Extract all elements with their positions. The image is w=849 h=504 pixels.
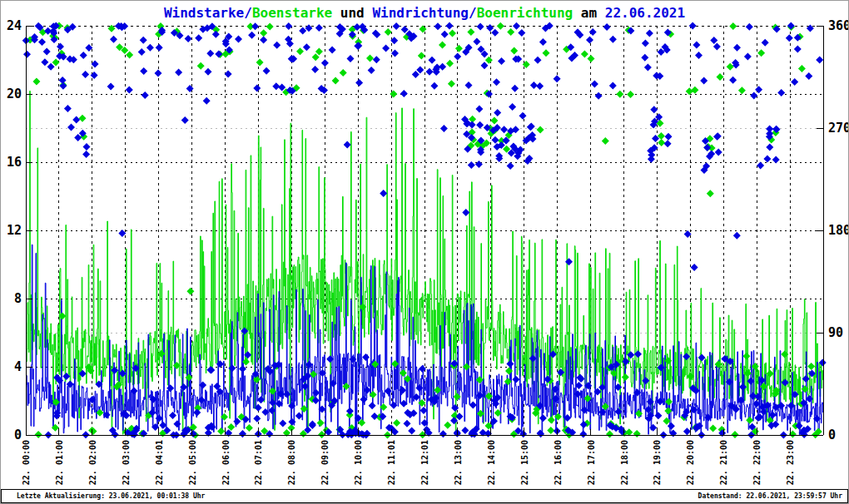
x-tick-label: 22. 20:00 (686, 440, 695, 485)
y-left-tick-label: 24 (7, 18, 22, 33)
x-tick-label: 22. 07:01 (254, 440, 263, 485)
x-tick-label: 22. 15:00 (520, 440, 529, 485)
y-left-tick-label: 0 (14, 427, 22, 442)
y-right-tick-label: 360 (828, 18, 849, 33)
x-tick-label: 22. 14:00 (487, 440, 496, 485)
x-tick-label: 22. 02:00 (88, 440, 97, 485)
y-left-tick-label: 16 (7, 155, 22, 170)
x-tick-label: 22. 18:00 (620, 440, 629, 485)
x-tick-label: 22. 08:00 (287, 440, 296, 485)
x-tick-label: 22. 23:00 (786, 440, 795, 485)
y-left-tick-label: 12 (7, 223, 22, 238)
weather-chart-page: Windstarke/Boenstarke und Windrichtung/B… (0, 0, 849, 504)
x-tick-label: 22. 10:00 (354, 440, 363, 485)
x-tick-label: 22. 06:00 (221, 440, 231, 485)
x-tick-label: 22. 19:00 (653, 440, 662, 485)
status-bar: Letzte Aktualisierung: 23.06.2021, 00:01… (1, 489, 848, 503)
data-state-text: Datenstand: 22.06.2021, 23:59:57 Uhr (698, 492, 842, 500)
x-tick-label: 22. 16:00 (554, 440, 563, 485)
y-right-tick-label: 270 (828, 121, 849, 136)
y-right-tick-label: 0 (828, 427, 836, 442)
x-tick-label: 22. 05:00 (188, 440, 197, 485)
x-tick-label: 22. 22:00 (752, 440, 762, 485)
x-tick-label: 22. 21:00 (719, 440, 728, 485)
y-left-tick-label: 8 (14, 291, 22, 306)
x-tick-label: 22. 11:01 (387, 440, 396, 485)
x-tick-label: 22. 04:01 (155, 440, 164, 485)
x-tick-label: 22. 03:00 (122, 440, 131, 485)
y-right-tick-label: 90 (828, 325, 843, 340)
x-tick-label: 22. 01:00 (55, 440, 64, 485)
x-tick-label: 22. 09:00 (320, 440, 330, 485)
y-right-tick-label: 180 (828, 223, 849, 238)
x-tick-label: 22. 12:01 (420, 440, 429, 485)
x-tick-label: 22. 00:00 (22, 440, 31, 485)
y-left-tick-label: 20 (7, 86, 22, 101)
x-tick-label: 22. 17:00 (587, 440, 596, 485)
last-update-text: Letzte Aktualisierung: 23.06.2021, 00:01… (17, 492, 205, 500)
x-tick-label: 22. 13:00 (454, 440, 463, 485)
y-left-tick-label: 4 (14, 359, 22, 374)
wind-chart-plot: 0481216202409018027036022. 00:0022. 01:0… (1, 1, 849, 504)
